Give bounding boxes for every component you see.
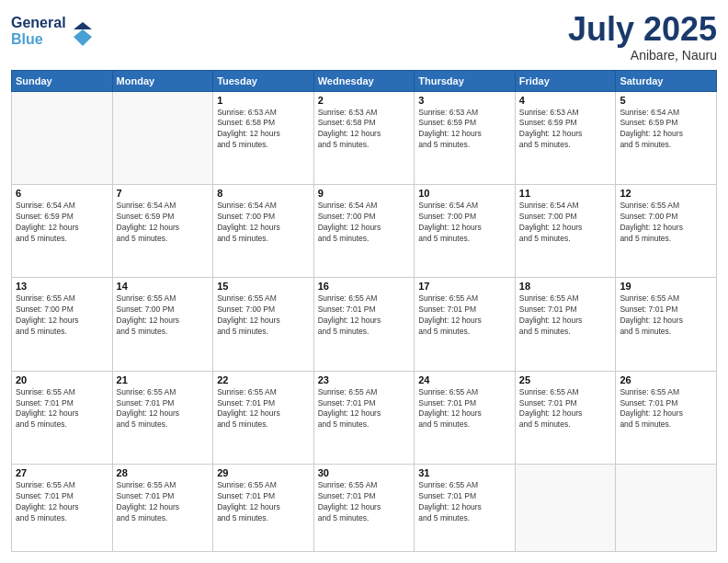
day-number: 5 [620,95,712,106]
table-row: 21Sunrise: 6:55 AMSunset: 7:01 PMDayligh… [112,371,213,464]
table-row: 18Sunrise: 6:55 AMSunset: 7:01 PMDayligh… [515,278,616,371]
svg-text:General: General [11,15,66,30]
day-number: 10 [418,188,511,199]
day-number: 12 [620,188,712,199]
table-row: 12Sunrise: 6:55 AMSunset: 7:00 PMDayligh… [616,184,717,277]
col-tuesday: Tuesday [213,70,314,91]
day-info: Sunrise: 6:55 AMSunset: 7:01 PMDaylight:… [318,387,411,431]
day-info: Sunrise: 6:55 AMSunset: 7:01 PMDaylight:… [318,480,411,524]
day-info: Sunrise: 6:55 AMSunset: 7:00 PMDaylight:… [620,201,712,245]
table-row [515,464,616,551]
table-row: 6Sunrise: 6:54 AMSunset: 6:59 PMDaylight… [12,184,113,277]
page: General Blue July 2025 Anibare, Nauru Su… [0,0,728,563]
col-saturday: Saturday [616,70,717,91]
day-number: 28 [117,467,210,478]
month-title: July 2025 [568,11,717,48]
day-info: Sunrise: 6:55 AMSunset: 7:01 PMDaylight:… [519,387,612,431]
svg-marker-3 [74,22,92,29]
table-row: 28Sunrise: 6:55 AMSunset: 7:01 PMDayligh… [112,464,213,551]
title-block: July 2025 Anibare, Nauru [568,11,717,63]
day-info: Sunrise: 6:55 AMSunset: 7:00 PMDaylight:… [117,293,210,338]
table-row: 11Sunrise: 6:54 AMSunset: 7:00 PMDayligh… [515,184,616,277]
table-row: 29Sunrise: 6:55 AMSunset: 7:01 PMDayligh… [213,464,314,551]
svg-text:Blue: Blue [11,31,43,47]
day-info: Sunrise: 6:55 AMSunset: 7:01 PMDaylight:… [418,480,511,524]
table-row: 5Sunrise: 6:54 AMSunset: 6:59 PMDaylight… [616,91,717,184]
table-row: 13Sunrise: 6:55 AMSunset: 7:00 PMDayligh… [12,278,113,371]
col-wednesday: Wednesday [313,70,415,91]
table-row: 31Sunrise: 6:55 AMSunset: 7:01 PMDayligh… [415,464,516,551]
table-row: 19Sunrise: 6:55 AMSunset: 7:01 PMDayligh… [616,278,717,371]
day-info: Sunrise: 6:53 AMSunset: 6:59 PMDaylight:… [519,108,612,152]
table-row [112,91,213,184]
col-sunday: Sunday [12,70,113,91]
table-row: 27Sunrise: 6:55 AMSunset: 7:01 PMDayligh… [12,464,113,551]
table-row: 17Sunrise: 6:55 AMSunset: 7:01 PMDayligh… [415,278,516,371]
table-row: 8Sunrise: 6:54 AMSunset: 7:00 PMDaylight… [213,184,314,277]
day-info: Sunrise: 6:53 AMSunset: 6:58 PMDaylight:… [318,108,411,152]
day-info: Sunrise: 6:55 AMSunset: 7:01 PMDaylight:… [117,480,210,524]
col-monday: Monday [112,70,213,91]
day-info: Sunrise: 6:54 AMSunset: 6:59 PMDaylight:… [620,108,712,152]
table-row: 9Sunrise: 6:54 AMSunset: 7:00 PMDaylight… [313,184,415,277]
table-row [616,464,717,551]
day-number: 3 [418,95,511,106]
day-info: Sunrise: 6:54 AMSunset: 6:59 PMDaylight:… [16,201,108,245]
day-number: 25 [519,374,612,385]
day-number: 24 [418,374,511,385]
day-info: Sunrise: 6:55 AMSunset: 7:01 PMDaylight:… [318,293,411,338]
table-row: 2Sunrise: 6:53 AMSunset: 6:58 PMDaylight… [313,91,415,184]
day-number: 9 [318,188,411,199]
day-number: 7 [117,188,210,199]
col-thursday: Thursday [415,70,516,91]
day-info: Sunrise: 6:55 AMSunset: 7:01 PMDaylight:… [217,387,310,431]
day-number: 21 [117,374,210,385]
logo-svg: General Blue [11,11,94,50]
day-number: 30 [318,467,411,478]
day-number: 15 [217,281,310,292]
table-row: 26Sunrise: 6:55 AMSunset: 7:01 PMDayligh… [616,371,717,464]
table-row: 1Sunrise: 6:53 AMSunset: 6:58 PMDaylight… [213,91,314,184]
day-number: 27 [16,467,108,478]
table-row: 30Sunrise: 6:55 AMSunset: 7:01 PMDayligh… [313,464,415,551]
day-info: Sunrise: 6:55 AMSunset: 7:01 PMDaylight:… [16,387,108,431]
day-number: 11 [519,188,612,199]
header: General Blue July 2025 Anibare, Nauru [11,11,717,63]
day-number: 17 [418,281,511,292]
table-row: 10Sunrise: 6:54 AMSunset: 7:00 PMDayligh… [415,184,516,277]
day-info: Sunrise: 6:55 AMSunset: 7:01 PMDaylight:… [217,480,310,524]
day-info: Sunrise: 6:55 AMSunset: 7:01 PMDaylight:… [620,387,712,431]
day-number: 26 [620,374,712,385]
table-row: 14Sunrise: 6:55 AMSunset: 7:00 PMDayligh… [112,278,213,371]
day-info: Sunrise: 6:55 AMSunset: 7:01 PMDaylight:… [519,293,612,338]
day-info: Sunrise: 6:55 AMSunset: 7:00 PMDaylight:… [16,293,108,338]
day-number: 1 [217,95,310,106]
day-info: Sunrise: 6:55 AMSunset: 7:00 PMDaylight:… [217,293,310,338]
day-info: Sunrise: 6:55 AMSunset: 7:01 PMDaylight:… [16,480,108,524]
day-info: Sunrise: 6:55 AMSunset: 7:01 PMDaylight:… [117,387,210,431]
day-number: 29 [217,467,310,478]
day-info: Sunrise: 6:55 AMSunset: 7:01 PMDaylight:… [418,293,511,338]
table-row: 22Sunrise: 6:55 AMSunset: 7:01 PMDayligh… [213,371,314,464]
day-info: Sunrise: 6:55 AMSunset: 7:01 PMDaylight:… [620,293,712,338]
day-number: 6 [16,188,108,199]
day-number: 2 [318,95,411,106]
day-number: 14 [117,281,210,292]
day-info: Sunrise: 6:53 AMSunset: 6:58 PMDaylight:… [217,108,310,152]
svg-marker-2 [74,29,92,46]
day-number: 18 [519,281,612,292]
table-row: 3Sunrise: 6:53 AMSunset: 6:59 PMDaylight… [415,91,516,184]
table-row: 20Sunrise: 6:55 AMSunset: 7:01 PMDayligh… [12,371,113,464]
day-number: 31 [418,467,511,478]
table-row: 4Sunrise: 6:53 AMSunset: 6:59 PMDaylight… [515,91,616,184]
day-info: Sunrise: 6:54 AMSunset: 6:59 PMDaylight:… [117,201,210,245]
day-info: Sunrise: 6:54 AMSunset: 7:00 PMDaylight:… [519,201,612,245]
table-row: 7Sunrise: 6:54 AMSunset: 6:59 PMDaylight… [112,184,213,277]
day-number: 13 [16,281,108,292]
calendar-header-row: Sunday Monday Tuesday Wednesday Thursday… [12,70,717,91]
table-row [12,91,113,184]
day-number: 16 [318,281,411,292]
table-row: 23Sunrise: 6:55 AMSunset: 7:01 PMDayligh… [313,371,415,464]
logo: General Blue [11,11,94,53]
day-number: 8 [217,188,310,199]
